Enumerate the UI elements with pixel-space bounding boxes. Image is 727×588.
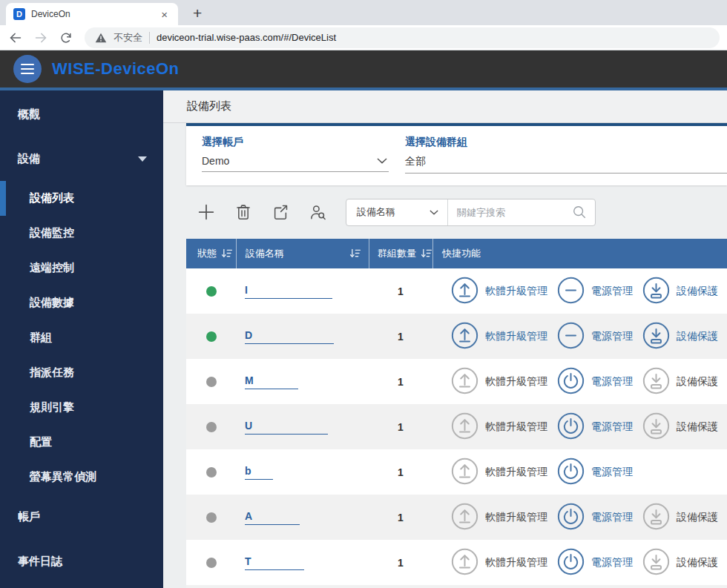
action-power-button[interactable]: 電源管理 [557,457,633,487]
device-name-link[interactable]: T [245,555,304,570]
device-group-select[interactable]: 全部 [405,149,727,174]
search-field-select[interactable]: 設備名稱 [346,199,448,225]
device-name-link[interactable]: A [245,510,300,525]
hamburger-menu-icon[interactable] [13,55,42,83]
action-protect-button: 設備保護 [642,412,718,442]
column-header-group-count[interactable]: 群組數量 [369,239,432,268]
sidebar-nav: 概觀設備設備列表設備監控遠端控制設備數據群組指派任務規則引擎配置螢幕異常偵測帳戶… [0,90,163,588]
sort-icon[interactable] [421,248,432,259]
column-header-device-name[interactable]: 設備名稱 [236,239,369,268]
action-upgrade-button: 軟體升級管理 [451,457,547,487]
group-count: 1 [369,466,432,478]
add-device-button[interactable] [196,202,217,222]
upgrade-icon [451,367,478,397]
status-dot-offline [206,422,217,432]
tab-title: DeviceOn [31,9,152,19]
device-name-link[interactable]: U [245,420,328,435]
sidebar-item-account[interactable]: 帳戶 [0,495,163,539]
action-upgrade-button[interactable]: 軟體升級管理 [451,322,547,351]
action-protect-button: 設備保護 [642,503,718,532]
address-bar[interactable]: 不安全 deviceon-trial.wise-paas.com/#/Devic… [85,27,720,48]
protect-icon [642,548,670,578]
action-protect-button[interactable]: 設備保護 [642,277,718,306]
browser-tab[interactable]: D DeviceOn × [6,3,178,25]
action-protect-button: 設備保護 [642,548,718,578]
upgrade-icon [451,548,478,578]
sidebar-item-devices[interactable]: 設備 [0,136,163,181]
device-name-link[interactable]: b [245,465,273,480]
power-icon [557,367,585,397]
page-title: 設備列表 [163,90,727,123]
group-count: 1 [369,421,432,433]
power-icon [557,548,585,578]
sidebar-item-label: 群組 [30,331,52,345]
delete-button[interactable] [233,202,254,222]
column-header-status[interactable]: 狀態 [186,239,236,268]
table-row: M1軟體升級管理電源管理設備保護 [186,359,727,404]
sidebar-item-configuration[interactable]: 配置 [0,425,163,460]
action-power-button[interactable]: 電源管理 [557,277,633,306]
sidebar-item-label: 規則引擎 [30,400,74,414]
group-count: 1 [369,376,432,388]
sidebar-item-label: 螢幕異常偵測 [30,470,96,484]
account-select[interactable]: Demo [202,149,389,172]
status-cell [186,558,236,568]
search-icon[interactable] [572,205,587,219]
sidebar-item-screen-anomaly-detection[interactable]: 螢幕異常偵測 [0,460,163,495]
upgrade-icon [451,457,478,487]
action-upgrade-button[interactable]: 軟體升級管理 [451,277,547,306]
sidebar-item-label: 設備列表 [30,191,74,205]
power-icon [557,412,585,442]
action-power-button[interactable]: 電源管理 [557,503,633,532]
device-name-link[interactable]: D [245,329,334,344]
sidebar-item-device-data[interactable]: 設備數據 [0,285,163,320]
sidebar-item-overview[interactable]: 概觀 [0,92,163,136]
account-select-label: 選擇帳戶 [202,136,389,149]
table-row: A1軟體升級管理電源管理設備保護 [186,495,727,540]
sidebar-item-label: 設備監控 [30,226,74,240]
sidebar-item-device-list[interactable]: 設備列表 [0,181,163,216]
export-button[interactable] [270,202,291,222]
action-power-button[interactable]: 電源管理 [557,412,633,442]
status-cell [186,331,236,342]
sidebar-item-groups[interactable]: 群組 [0,320,163,355]
group-select-label: 選擇設備群組 [405,136,727,149]
sidebar-item-label: 指派任務 [30,366,74,380]
toolbar: 設備名稱 [186,185,727,239]
device-name-link[interactable]: I [245,284,332,299]
keyword-search-input[interactable] [448,207,572,218]
status-cell [186,377,236,387]
protect-icon [642,503,670,532]
back-icon[interactable] [6,28,25,47]
status-cell [186,512,236,523]
table-row: b1軟體升級管理電源管理 [186,449,727,495]
status-cell [186,422,236,432]
upgrade-icon [451,322,478,351]
sidebar-item-rule-engine[interactable]: 規則引擎 [0,390,163,425]
chevron-down-icon [138,156,147,162]
action-power-button[interactable]: 電源管理 [557,367,633,397]
sort-icon[interactable] [349,248,361,259]
action-protect-button[interactable]: 設備保護 [642,322,718,351]
sidebar-item-assign-tasks[interactable]: 指派任務 [0,355,163,390]
status-dot-offline [206,512,217,523]
tab-close-icon[interactable]: × [158,7,171,22]
device-name-link[interactable]: M [245,374,298,389]
action-power-button[interactable]: 電源管理 [557,322,633,351]
sidebar-item-device-monitoring[interactable]: 設備監控 [0,216,163,251]
action-power-button[interactable]: 電源管理 [557,548,633,578]
upgrade-icon [451,277,478,306]
protect-icon [642,412,670,442]
sidebar-item-remote-control[interactable]: 遠端控制 [0,251,163,285]
power-minus-icon [557,277,585,306]
search-box: 設備名稱 [346,199,596,226]
sidebar-item-event-log[interactable]: 事件日誌 [0,539,163,584]
sidebar-item-label: 設備數據 [30,296,74,310]
new-tab-button[interactable]: + [193,5,202,21]
refresh-icon[interactable] [56,28,76,47]
table-row-partial [186,585,727,588]
group-count: 1 [369,285,432,297]
omnibox-divider [149,32,150,44]
sort-icon[interactable] [221,248,233,259]
user-search-button[interactable] [307,202,328,222]
